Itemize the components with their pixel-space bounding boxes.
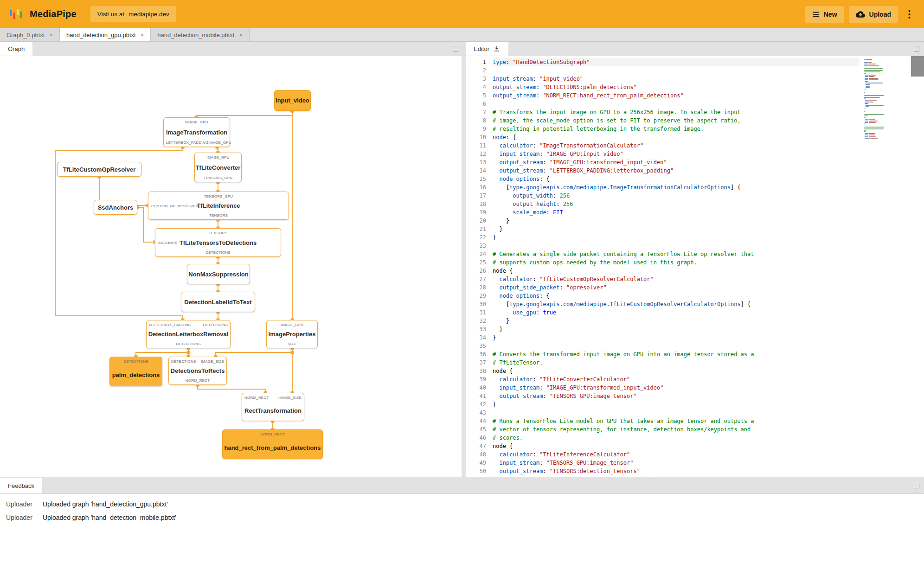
minimap-line <box>864 64 868 64</box>
minimap-line <box>864 62 868 63</box>
expand-icon[interactable] <box>453 46 458 51</box>
kebab-menu-button[interactable] <box>903 6 916 23</box>
tab-editor[interactable]: Editor <box>466 42 508 56</box>
code-line: } <box>493 225 859 233</box>
line-number: 26 <box>466 267 488 275</box>
code-area[interactable]: type: "HandDetectionSubgraph" input_stre… <box>493 58 859 477</box>
close-icon[interactable]: × <box>141 32 144 38</box>
node-label: DetectionLetterboxRemoval <box>147 327 230 341</box>
scrollbar-thumb[interactable] <box>911 56 924 77</box>
line-number: 7 <box>466 108 488 116</box>
node-TfLiteInference[interactable]: TENSORS_GPUTfLiteInferenceTENSORSCUSTOM_… <box>148 192 289 220</box>
graph-edge <box>136 352 188 357</box>
port-label: LETTERBOX_PADDING <box>149 323 191 327</box>
node-hand_rect_from_palm_detections[interactable]: NORM_RECThand_rect_from_palm_detections <box>222 429 323 459</box>
line-number: 23 <box>466 242 488 250</box>
line-number: 28 <box>466 283 488 292</box>
close-icon[interactable]: × <box>239 32 243 38</box>
code-line: } <box>493 400 859 409</box>
graph-canvas[interactable]: input_videoIMAGE_GPUImageTransformationL… <box>0 56 462 477</box>
node-RectTransformation[interactable]: NORM_RECTIMAGE_SIZERectTransformation <box>242 393 304 421</box>
port-row: DETECTIONS <box>110 358 162 364</box>
code-line: } <box>493 317 859 325</box>
node-ImageProperties[interactable]: IMAGE_GPUImagePropertiesSIZE <box>266 320 318 348</box>
minimap-line <box>865 79 868 80</box>
port-row: TENSORS <box>148 212 289 218</box>
node-SsdAnchors[interactable]: SsdAnchors <box>94 200 137 215</box>
minimap-line <box>864 73 866 74</box>
node-DetectionsToRects[interactable]: DETECTIONSIMAGE_SIZEDetectionsToRectsNOR… <box>168 357 227 385</box>
port-row: NORM_RECTIMAGE_SIZE <box>242 395 304 400</box>
line-number: 49 <box>466 459 488 467</box>
code-line: calculator: "TfLiteInferenceCalculator" <box>493 450 859 459</box>
upload-button[interactable]: Upload <box>849 6 898 23</box>
minimap-line <box>868 65 879 66</box>
line-number: 29 <box>466 292 488 300</box>
node-TfLiteConverter[interactable]: IMAGE_GPUTfLiteConverterTENSORS_GPU <box>194 153 242 182</box>
visit-badge[interactable]: Visit us at mediapipe.dev <box>90 6 176 22</box>
node-TfLiteTensorsToDetections[interactable]: TENSORSTfLiteTensorsToDetectionsDETECTIO… <box>155 228 281 257</box>
file-tab-graph0[interactable]: Graph_0.pbtxt × <box>0 28 60 41</box>
code-editor[interactable]: 1234567891011121314151617181920212223242… <box>466 56 924 477</box>
code-line: # Runs a TensorFlow Lite model on GPU th… <box>493 417 859 425</box>
minimap-line <box>865 102 870 102</box>
port-row: TENSORS <box>155 230 281 236</box>
visit-link[interactable]: mediapipe.dev <box>128 11 169 18</box>
minimap-line <box>868 62 872 63</box>
line-number: 3 <box>466 75 488 83</box>
minimap-line <box>864 114 884 115</box>
port-dot <box>291 351 294 354</box>
port-label: IMAGE_SIZE <box>201 359 224 364</box>
line-number: 50 <box>466 467 488 475</box>
code-line: input_stream: "TENSORS_GPU:image_tensor" <box>493 459 859 467</box>
node-NonMaxSuppression[interactable]: NonMaxSuppression <box>187 264 250 284</box>
code-line: [type.googleapis.com/mediapipe.TfLiteCus… <box>493 300 859 308</box>
port-label: IMAGE_GPU <box>281 323 303 327</box>
minimap-line <box>868 64 875 64</box>
line-number: 48 <box>466 450 488 459</box>
file-tab-hand-detection-mobile[interactable]: hand_detection_mobile.pbtxt × <box>151 28 250 41</box>
line-number: 18 <box>466 200 488 208</box>
code-line: } <box>493 325 859 333</box>
minimap-line <box>866 86 870 87</box>
expand-icon[interactable] <box>914 46 919 51</box>
line-number: 5 <box>466 91 488 100</box>
minimap-line <box>864 98 866 99</box>
node-label: palm_detections <box>110 364 162 386</box>
expand-icon[interactable] <box>914 483 919 488</box>
port-label: NORM_RECT <box>244 396 269 400</box>
code-line: output_width: 256 <box>493 192 859 200</box>
node-ImageTransformation[interactable]: IMAGE_GPUImageTransformationLETTERBOX_PA… <box>163 117 230 147</box>
port-row: LETTERBOX_PADDINGDETECTIONS <box>147 322 230 327</box>
tab-graph[interactable]: Graph <box>0 42 32 56</box>
download-icon[interactable] <box>493 45 500 52</box>
minimap-line <box>870 138 878 139</box>
minimap-line <box>869 134 875 135</box>
minimap-line <box>864 111 865 112</box>
line-number: 24 <box>466 250 488 258</box>
port-label: TENSORS_GPU <box>204 194 233 198</box>
line-number: 4 <box>466 83 488 91</box>
tab-feedback[interactable]: Feedback <box>0 478 42 493</box>
feedback-row: Uploader Uploaded graph 'hand_detection_… <box>0 511 924 524</box>
node-input_video[interactable]: input_video <box>274 90 311 111</box>
line-number: 6 <box>466 100 488 108</box>
file-tabbar: Graph_0.pbtxt × hand_detection_gpu.pbtxt… <box>0 28 924 42</box>
minimap[interactable] <box>861 56 910 477</box>
minimap-line <box>869 136 876 137</box>
port-label: IMAGE_GPU <box>185 120 208 124</box>
file-tab-hand-detection-gpu[interactable]: hand_detection_gpu.pbtxt × <box>60 28 151 41</box>
code-line: } <box>493 233 859 242</box>
node-label: TfLiteCustomOpResolver <box>58 162 141 176</box>
new-button[interactable]: New <box>805 6 844 23</box>
code-line: output_stream: "TENSORS:detection_tensor… <box>493 467 859 475</box>
close-icon[interactable]: × <box>49 32 53 38</box>
line-number: 16 <box>466 183 488 192</box>
node-DetectionLetterboxRemoval[interactable]: LETTERBOX_PADDINGDETECTIONSDetectionLett… <box>146 320 231 348</box>
code-line: [type.googleapis.com/mediapipe.ImageTran… <box>493 183 859 192</box>
code-line: # Converts the transformed input image o… <box>493 350 859 358</box>
node-DetectionLabelIdToText[interactable]: DetectionLabelIdToText <box>181 292 255 312</box>
node-palm_detections[interactable]: DETECTIONSpalm_detections <box>109 357 162 386</box>
node-TfLiteCustomOpResolver[interactable]: TfLiteCustomOpResolver <box>57 162 141 177</box>
code-line: calculator: "ImageTransformationCalculat… <box>493 141 859 150</box>
